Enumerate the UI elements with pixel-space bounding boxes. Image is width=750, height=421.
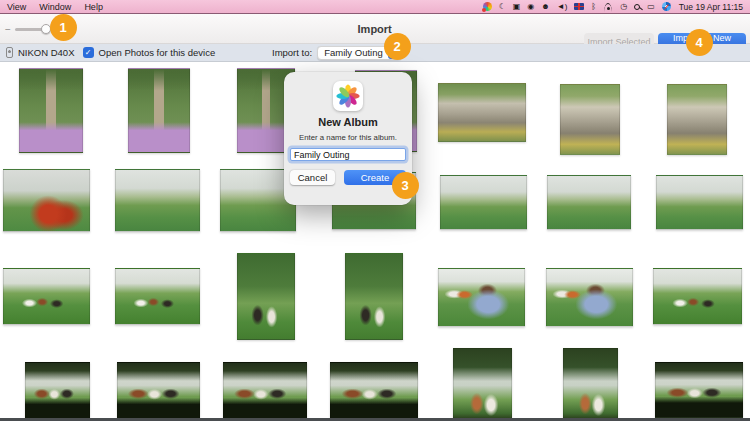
photo-woman-watching-cows[interactable] [546,268,633,327]
volume-icon[interactable]: ◄) [557,3,568,11]
safari-icon[interactable] [662,2,671,11]
display-icon[interactable]: ▭ [647,3,655,11]
new-album-dialog: New Album Enter a name for this album. C… [284,72,412,205]
menu-view[interactable]: View [7,2,26,12]
menu-window[interactable]: Window [39,2,71,12]
photo-cows-dark-tree-portrait[interactable] [563,348,618,420]
device-bar: NIKON D40X ✓ Open Photos for this device… [0,44,750,62]
photo-cows-dark-tree-landscape[interactable] [655,362,743,418]
open-photos-label: Open Photos for this device [99,47,216,58]
clock-icon[interactable]: ◷ [620,3,627,11]
import-to-group: Import to: Family Outing [272,44,402,61]
slider-track[interactable] [15,28,51,31]
import-to-label: Import to: [272,47,312,58]
menu-bar: ViewWindowHelp ☾▣◉☻◄)ᛒ◷▭ Tue 19 Apr 11:1… [0,0,750,14]
moon-icon[interactable]: ☾ [499,3,506,11]
photos-app-icon [333,81,363,111]
photo-cows-dark-tree-portrait[interactable] [453,348,512,420]
thumbnail-zoom-slider[interactable]: − + [5,14,61,44]
photo-church-graveyard-portrait[interactable] [560,84,620,155]
menu-items: ViewWindowHelp [7,2,116,12]
photos-app-window: ViewWindowHelp ☾▣◉☻◄)ᛒ◷▭ Tue 19 Apr 11:1… [0,0,750,421]
checkmark-icon: ✓ [85,49,92,57]
photo-grid [0,0,750,421]
photo-church-graveyard-portrait[interactable] [667,84,727,155]
menu-bar-clock[interactable]: Tue 19 Apr 11:15 [679,2,743,12]
toolbar: − + Import Import Selected Import All Ne… [0,14,750,44]
photo-church-flowers-portrait[interactable] [19,68,83,153]
photo-church-graveyard-landscape[interactable] [438,83,526,142]
photo-meadow-landscape[interactable] [440,175,527,230]
photo-church-flowers-portrait[interactable] [128,68,190,153]
window-title: Import [358,14,392,44]
dialog-subtitle: Enter a name for this album. [284,133,412,142]
spotlight-search-icon[interactable] [634,4,640,10]
zoom-in-label: + [55,24,61,35]
album-name-input[interactable] [290,148,406,161]
photo-woman-watching-cows[interactable] [438,268,525,327]
zoom-out-label: − [5,24,11,35]
slider-knob[interactable] [41,24,51,34]
camera-device-icon [6,47,13,58]
photo-cows-meadow-portrait[interactable] [345,253,403,340]
photo-cows-meadow-landscape[interactable] [115,268,200,325]
photo-meadow-landscape[interactable] [547,175,631,230]
open-photos-checkbox[interactable]: ✓ [83,47,94,58]
status-icons: ☾▣◉☻◄)ᛒ◷▭ [483,2,671,11]
photo-cows-meadow-portrait[interactable] [237,253,295,340]
photo-cows-dark-tree-landscape[interactable] [330,362,418,420]
create-button[interactable]: Create [344,170,406,185]
wifi-icon[interactable] [603,3,613,11]
shutter-icon[interactable]: ◉ [527,3,534,11]
photo-cows-dark-tree-landscape[interactable] [25,362,90,420]
app-grid-icon[interactable]: ▣ [513,3,521,11]
photo-meadow-landscape[interactable] [656,175,743,230]
photo-cows-meadow-landscape[interactable] [653,268,742,325]
photo-cows-dark-tree-landscape[interactable] [117,362,200,420]
input-language-flag-icon[interactable] [574,3,584,10]
user-icon[interactable]: ☻ [541,3,549,11]
device-name: NIKON D40X [18,47,75,58]
dialog-title: New Album [284,116,412,128]
menu-help[interactable]: Help [84,2,103,12]
cancel-button[interactable]: Cancel [290,170,335,185]
photo-cows-meadow-landscape[interactable] [3,268,90,325]
selected-album-name: Family Outing [324,47,383,58]
photo-meadow-red-machinery[interactable] [3,169,90,232]
bluetooth-icon[interactable]: ᛒ [591,3,596,11]
dropdown-chevrons-icon [388,47,400,59]
photo-meadow-landscape[interactable] [115,169,200,232]
colorwheel-icon[interactable] [483,2,492,11]
import-to-album-dropdown[interactable]: Family Outing [317,46,402,60]
photo-cows-dark-tree-landscape[interactable] [223,362,307,420]
dialog-buttons: Cancel Create [284,170,412,185]
